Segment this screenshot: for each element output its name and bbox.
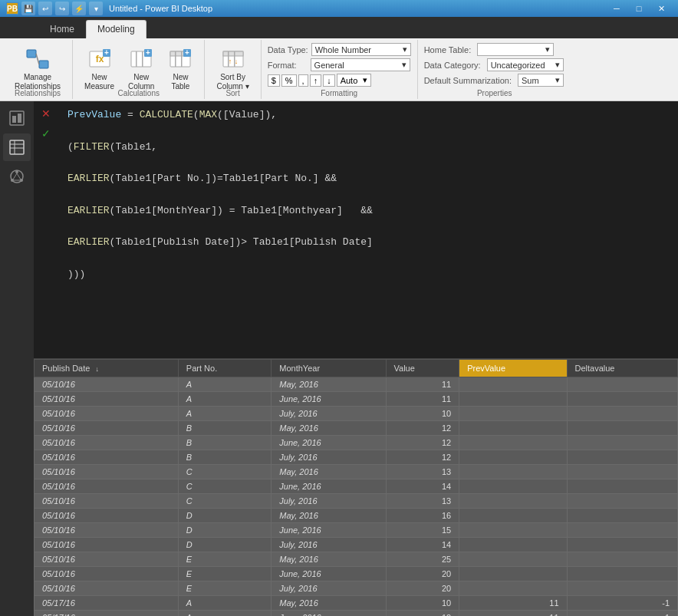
new-column-button[interactable]: + New Column [123, 43, 160, 89]
table-cell: 13 [386, 494, 459, 509]
autosave-button[interactable]: ⚡ [72, 2, 86, 15]
table-cell [459, 494, 567, 509]
table-cell: July, 2016 [272, 494, 386, 509]
tab-modeling[interactable]: Modeling [86, 20, 146, 38]
undo-button[interactable]: ↩ [38, 2, 52, 15]
window-controls: ─ □ ✕ [606, 0, 672, 17]
table-cell [567, 407, 677, 421]
home-table-dropdown[interactable]: ▾ [477, 43, 554, 56]
table-cell: 10 [386, 596, 459, 611]
auto-dropdown[interactable]: Auto ▾ [337, 74, 371, 87]
svg-rect-9 [142, 51, 143, 67]
table-cell: B [178, 421, 271, 436]
sidebar-item-data[interactable] [3, 133, 31, 161]
table-cell [459, 552, 567, 567]
formula-reject-button[interactable]: ✕ [37, 104, 55, 123]
table-row: 05/10/16DJune, 201615 [35, 523, 678, 538]
table-row: 05/17/16AMay, 20161011-1 [35, 596, 678, 611]
tab-home[interactable]: Home [38, 20, 86, 38]
table-row: 05/10/16EJune, 201620 [35, 567, 678, 581]
table-cell: May, 2016 [272, 465, 386, 479]
data-category-arrow: ▾ [555, 60, 560, 70]
table-cell [567, 377, 677, 392]
properties-section-label: Properties [418, 89, 571, 97]
redo-button[interactable]: ↪ [55, 2, 69, 15]
col-header-monthyear[interactable]: MonthYear [272, 360, 386, 377]
currency-button[interactable]: $ [268, 74, 280, 87]
sidebar-item-model[interactable] [3, 163, 31, 190]
table-row: 05/10/16EMay, 201625 [35, 552, 678, 567]
default-summarization-dropdown[interactable]: Sum ▾ [518, 74, 564, 87]
table-cell: June, 2016 [272, 392, 386, 407]
data-category-dropdown[interactable]: Uncategorized ▾ [487, 58, 564, 71]
percent-button[interactable]: % [281, 74, 297, 87]
table-cell: June, 2016 [272, 611, 386, 617]
svg-text:↓: ↓ [234, 58, 238, 65]
table-cell: July, 2016 [272, 538, 386, 552]
table-cell: 05/10/16 [35, 436, 179, 450]
table-cell [459, 421, 567, 436]
table-cell: 12 [386, 421, 459, 436]
col-header-value[interactable]: Value [386, 360, 459, 377]
col-header-part-no[interactable]: Part No. [178, 360, 271, 377]
close-button[interactable]: ✕ [650, 0, 672, 17]
table-cell: 05/10/16 [35, 567, 179, 581]
data-type-dropdown[interactable]: Whole Number ▾ [311, 43, 411, 56]
svg-rect-8 [136, 51, 137, 67]
minimize-button[interactable]: ─ [606, 0, 627, 17]
new-measure-button[interactable]: fx + New Measure [79, 43, 120, 89]
format-buttons-row: $ % , ↑ ↓ Auto ▾ [268, 74, 371, 87]
col-label-part-no: Part No. [186, 364, 217, 373]
format-dropdown[interactable]: General ▾ [311, 58, 410, 71]
col-header-prevvalue[interactable]: PrevValue [459, 360, 567, 377]
ribbon-section-properties: Home Table: ▾ Data Category: Uncategoriz… [418, 40, 571, 99]
sort-arrow-publish-date: ↓ [95, 365, 99, 373]
table-cell [567, 523, 677, 538]
new-table-button[interactable]: + New Table [163, 43, 198, 89]
formula-accept-button[interactable]: ✓ [37, 124, 55, 143]
manage-relationships-button[interactable]: Manage Relationships [9, 43, 66, 89]
increase-decimal-button[interactable]: ↑ [310, 74, 322, 87]
sort-by-column-icon: ↑ ↓ [221, 47, 245, 71]
table-cell [567, 581, 677, 596]
ribbon-tabs: Home Modeling [0, 17, 678, 38]
main-area: ✕ ✓ PrevValue = CALCULATE(MAX([Value]), … [0, 101, 678, 616]
table-cell [459, 523, 567, 538]
col-header-deltavalue[interactable]: Deltavalue [567, 360, 677, 377]
maximize-button[interactable]: □ [628, 0, 650, 17]
table-cell: 05/10/16 [35, 465, 179, 479]
data-table-container[interactable]: Publish Date ↓ Part No. MonthYear Value [34, 359, 678, 616]
svg-text:↑: ↑ [228, 58, 232, 65]
table-cell: A [178, 407, 271, 421]
calculations-section-label: Calculations [73, 89, 204, 97]
table-cell: 10 [386, 407, 459, 421]
table-cell [567, 552, 677, 567]
sidebar-item-report[interactable] [3, 104, 31, 132]
ribbon-section-relationships: Manage Relationships Relationships [3, 40, 73, 99]
table-cell: C [178, 479, 271, 494]
col-header-publish-date[interactable]: Publish Date ↓ [35, 360, 179, 377]
table-cell: 05/10/16 [35, 421, 179, 436]
ribbon-section-sort: ↑ ↓ Sort By Column ▾ Sort [205, 40, 261, 99]
table-cell [459, 509, 567, 523]
svg-rect-24 [10, 111, 24, 125]
formula-editor[interactable]: PrevValue = CALCULATE(MAX([Value]), (FIL… [58, 101, 678, 358]
ribbon: Manage Relationships Relationships fx + … [0, 38, 678, 101]
table-cell: 11 [459, 611, 567, 617]
data-category-label: Data Category: [424, 61, 481, 70]
table-cell: May, 2016 [272, 421, 386, 436]
save-button[interactable]: 💾 [21, 2, 35, 15]
new-table-icon: + [168, 47, 193, 71]
new-column-icon: + [129, 47, 153, 71]
table-row: 05/10/16CJuly, 201613 [35, 494, 678, 509]
comma-button[interactable]: , [298, 74, 308, 87]
table-cell [459, 479, 567, 494]
decrease-decimal-button[interactable]: ↓ [323, 74, 335, 87]
sort-by-column-button[interactable]: ↑ ↓ Sort By Column ▾ [211, 43, 254, 89]
table-cell: B [178, 436, 271, 450]
quick-access-dropdown[interactable]: ▾ [89, 2, 103, 15]
table-cell: 20 [386, 567, 459, 581]
col-label-prevvalue: PrevValue [467, 364, 505, 373]
default-summarization-row: Default Summarization: Sum ▾ [424, 74, 564, 87]
formula-bar: ✕ ✓ PrevValue = CALCULATE(MAX([Value]), … [34, 101, 678, 359]
